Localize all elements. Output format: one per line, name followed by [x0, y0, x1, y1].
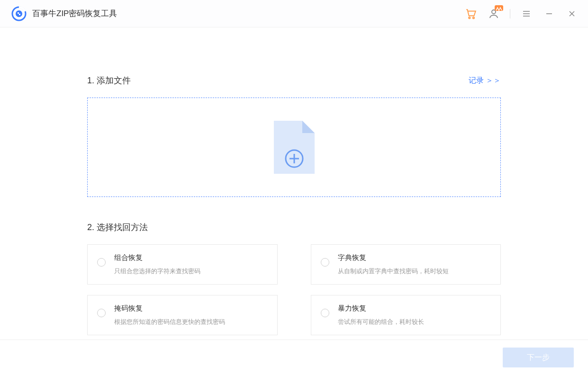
section1-title: 1. 添加文件	[87, 75, 131, 86]
method-title: 字典恢复	[338, 253, 449, 262]
radio-icon	[321, 258, 329, 267]
svg-point-4	[469, 17, 470, 18]
menu-icon[interactable]	[520, 7, 533, 20]
method-title: 暴力恢复	[338, 304, 424, 313]
method-dictionary[interactable]: 字典恢复 从自制或内置字典中查找密码，耗时较短	[311, 244, 501, 285]
next-button[interactable]: 下一步	[503, 348, 574, 367]
method-desc: 从自制或内置字典中查找密码，耗时较短	[338, 267, 449, 276]
section2-title: 2. 选择找回方法	[87, 222, 501, 233]
radio-icon	[321, 309, 329, 317]
titlebar: 百事牛ZIP密码恢复工具	[0, 0, 588, 27]
footer: 下一步	[0, 339, 588, 375]
app-title: 百事牛ZIP密码恢复工具	[32, 8, 117, 19]
method-bruteforce[interactable]: 暴力恢复 尝试所有可能的组合，耗时较长	[311, 295, 501, 335]
divider	[510, 9, 510, 18]
user-icon[interactable]	[487, 7, 500, 20]
method-title: 组合恢复	[114, 253, 200, 262]
methods-grid: 组合恢复 只组合您选择的字符来查找密码 字典恢复 从自制或内置字典中查找密码，耗…	[87, 244, 501, 335]
svg-rect-2	[18, 12, 19, 14]
file-dropzone[interactable]	[87, 98, 501, 197]
close-icon[interactable]	[565, 7, 579, 20]
cart-icon[interactable]	[464, 7, 478, 20]
main-content: 1. 添加文件 记录 ＞＞ 2. 选择找回方法 组合恢复 只组合您选择的字符来查…	[0, 27, 588, 335]
svg-point-5	[473, 17, 474, 18]
method-mask[interactable]: 掩码恢复 根据您所知道的密码信息更快的查找密码	[87, 295, 278, 335]
badge-icon	[495, 5, 503, 11]
add-file-icon	[272, 119, 317, 176]
section1-header: 1. 添加文件 记录 ＞＞	[87, 75, 501, 86]
method-title: 掩码恢复	[114, 304, 225, 313]
history-link[interactable]: 记录 ＞＞	[469, 76, 501, 86]
method-desc: 只组合您选择的字符来查找密码	[114, 267, 200, 276]
logo-wrap: 百事牛ZIP密码恢复工具	[11, 6, 117, 21]
titlebar-controls	[464, 7, 579, 20]
radio-icon	[97, 258, 106, 267]
method-combination[interactable]: 组合恢复 只组合您选择的字符来查找密码	[87, 244, 278, 285]
method-desc: 根据您所知道的密码信息更快的查找密码	[114, 318, 225, 326]
method-desc: 尝试所有可能的组合，耗时较长	[338, 318, 424, 326]
app-logo-icon	[11, 6, 27, 21]
svg-rect-3	[19, 14, 20, 15]
radio-icon	[97, 309, 106, 317]
minimize-icon[interactable]	[543, 7, 556, 20]
